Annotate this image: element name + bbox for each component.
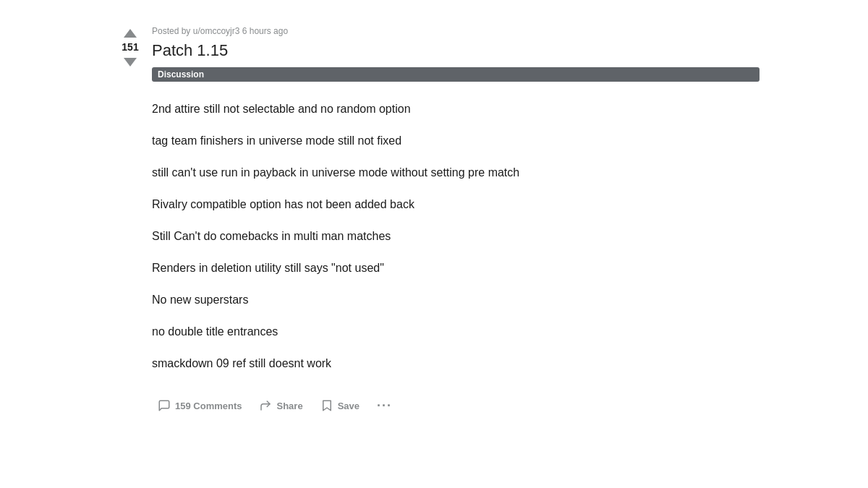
post-meta: Posted by u/omccoyjr3 6 hours ago xyxy=(152,26,760,36)
more-button[interactable]: ··· xyxy=(371,394,398,418)
body-item-7: no double title entrances xyxy=(152,316,760,348)
body-item-6: No new superstars xyxy=(152,284,760,316)
body-item-3: Rivalry compatible option has not been a… xyxy=(152,189,760,221)
posted-by-label: Posted by xyxy=(152,26,193,36)
share-label: Share xyxy=(276,401,302,411)
body-item-0: 2nd attire still not selectable and no r… xyxy=(152,93,760,125)
comment-icon xyxy=(158,399,171,412)
post-time: 6 hours ago xyxy=(239,26,288,36)
more-label: ··· xyxy=(377,398,392,414)
body-item-5: Renders in deletion utility still says "… xyxy=(152,252,760,284)
post-content: Posted by u/omccoyjr3 6 hours ago Patch … xyxy=(152,26,760,418)
post-title: Patch 1.15 xyxy=(152,40,760,61)
body-item-8: smackdown 09 ref still doesnt work xyxy=(152,348,760,380)
comments-label: 159 Comments xyxy=(175,401,242,411)
vote-column: 151 xyxy=(109,26,152,418)
author-link[interactable]: u/omccoyjr3 xyxy=(193,26,240,36)
post-body: 2nd attire still not selectable and no r… xyxy=(152,93,760,380)
save-button[interactable]: Save xyxy=(315,395,365,416)
comments-button[interactable]: 159 Comments xyxy=(152,395,247,416)
body-item-2: still can't use run in payback in univer… xyxy=(152,157,760,189)
body-item-4: Still Can't do comebacks in multi man ma… xyxy=(152,221,760,252)
post-flair[interactable]: Discussion xyxy=(152,67,760,82)
downvote-button[interactable] xyxy=(124,58,137,67)
body-item-1: tag team finishers in universe mode stil… xyxy=(152,125,760,157)
post-actions: 159 Comments Share Save xyxy=(152,394,760,418)
share-button[interactable]: Share xyxy=(253,395,308,416)
vote-count: 151 xyxy=(122,40,138,55)
post-container: 151 Posted by u/omccoyjr3 6 hours ago Pa… xyxy=(109,14,760,429)
save-label: Save xyxy=(338,401,359,411)
upvote-button[interactable] xyxy=(124,29,137,38)
share-icon xyxy=(259,399,272,412)
save-icon xyxy=(320,399,333,412)
svg-marker-0 xyxy=(323,401,331,411)
